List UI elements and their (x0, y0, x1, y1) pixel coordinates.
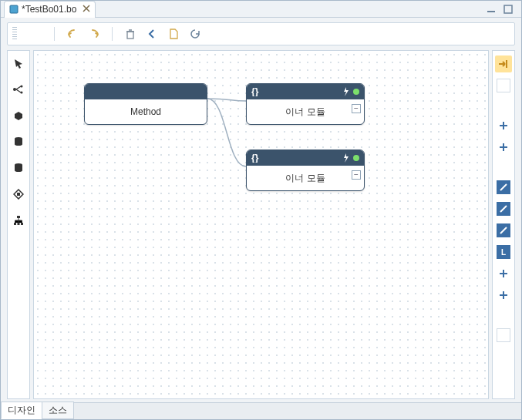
tool-database[interactable] (11, 134, 26, 150)
svg-rect-10 (17, 216, 20, 218)
inner-module-node-1[interactable]: {} 이너 모듈 − (246, 83, 365, 125)
tool-component[interactable] (11, 186, 26, 202)
toolbar (7, 22, 515, 45)
add-button-1[interactable] (495, 117, 512, 134)
add-button-4[interactable] (495, 287, 512, 304)
file-tab[interactable]: *TestBo01.bo (4, 1, 96, 18)
design-tab-label: 디자인 (8, 405, 35, 415)
svg-point-5 (21, 86, 23, 88)
node-header: {} (247, 150, 364, 166)
marker-button-1[interactable] (495, 179, 512, 196)
svg-point-6 (21, 92, 23, 94)
lightning-icon (342, 153, 350, 163)
delete-button[interactable] (123, 27, 137, 41)
svg-point-4 (13, 88, 16, 91)
source-tab-label: 소스 (49, 405, 67, 415)
document-button[interactable] (167, 27, 180, 41)
entry-arrow-button[interactable] (495, 55, 512, 72)
palette-left (7, 50, 30, 399)
node-body: 이너 모듈 − (247, 166, 364, 190)
svg-rect-0 (10, 5, 18, 13)
marker-button-3[interactable] (495, 222, 512, 239)
svg-rect-1 (487, 11, 495, 12)
svg-text:{}: {} (251, 87, 259, 96)
window-controls (486, 4, 521, 15)
svg-rect-3 (127, 32, 133, 39)
refresh-button[interactable] (188, 27, 202, 41)
add-button-2[interactable] (495, 139, 512, 156)
source-tab[interactable]: 소스 (42, 402, 74, 419)
collapse-toggle[interactable]: − (352, 170, 361, 180)
file-tab-label: *TestBo01.bo (22, 4, 76, 15)
lightning-icon (342, 87, 350, 96)
inner-module-node-2[interactable]: {} 이너 모듈 − (246, 150, 365, 191)
toolbar-separator (112, 27, 113, 41)
tool-database-alt[interactable] (11, 160, 26, 176)
toolbar-separator (54, 27, 55, 41)
close-tab-icon[interactable] (83, 4, 90, 15)
tool-hierarchy[interactable] (11, 213, 26, 228)
status-dot (353, 89, 359, 95)
palette-right: L (492, 50, 515, 399)
svg-rect-12 (18, 223, 20, 225)
method-node[interactable]: Method (84, 83, 207, 125)
canvas[interactable]: Method {} 이너 모듈 (33, 50, 489, 399)
marker-button-l[interactable]: L (495, 244, 512, 260)
redo-button[interactable] (87, 27, 101, 41)
node-header (85, 84, 207, 99)
svg-rect-9 (17, 193, 20, 196)
tool-connect[interactable] (11, 82, 26, 97)
editor-window: *TestBo01.bo (0, 0, 522, 420)
node-body: 이너 모듈 − (247, 99, 364, 124)
minimize-button[interactable] (486, 4, 497, 15)
undo-button[interactable] (66, 27, 79, 41)
body-row: Method {} 이너 모듈 (1, 47, 521, 402)
maximize-button[interactable] (503, 4, 514, 15)
inner-node-1-label: 이너 모듈 (285, 106, 325, 119)
letter-l-label: L (501, 248, 506, 257)
node-header: {} (247, 84, 364, 99)
inner-node-2-label: 이너 모듈 (285, 172, 325, 185)
tab-row: *TestBo01.bo (1, 1, 521, 18)
node-body: Method (85, 99, 207, 124)
svg-rect-11 (14, 223, 16, 225)
svg-rect-13 (21, 223, 23, 225)
toolbar-grip (12, 27, 17, 41)
right-panel-empty (495, 77, 512, 94)
back-button[interactable] (145, 27, 159, 41)
svg-text:{}: {} (251, 153, 259, 163)
file-icon (9, 5, 19, 14)
tool-select[interactable] (11, 55, 26, 71)
tool-module[interactable] (11, 108, 26, 123)
marker-button-2[interactable] (495, 200, 512, 217)
braces-icon: {} (251, 87, 261, 96)
add-button-3[interactable] (495, 265, 512, 282)
design-tab[interactable]: 디자인 (1, 402, 42, 419)
right-panel-empty-2 (495, 327, 512, 344)
braces-icon: {} (251, 153, 261, 163)
collapse-toggle[interactable]: − (352, 104, 361, 113)
status-dot (353, 155, 359, 161)
footer-tabs: 디자인 소스 (1, 402, 521, 419)
canvas-inner: Method {} 이너 모듈 (34, 51, 488, 398)
svg-rect-2 (504, 5, 512, 13)
blank-button (29, 27, 43, 41)
method-node-label: Method (130, 106, 161, 117)
